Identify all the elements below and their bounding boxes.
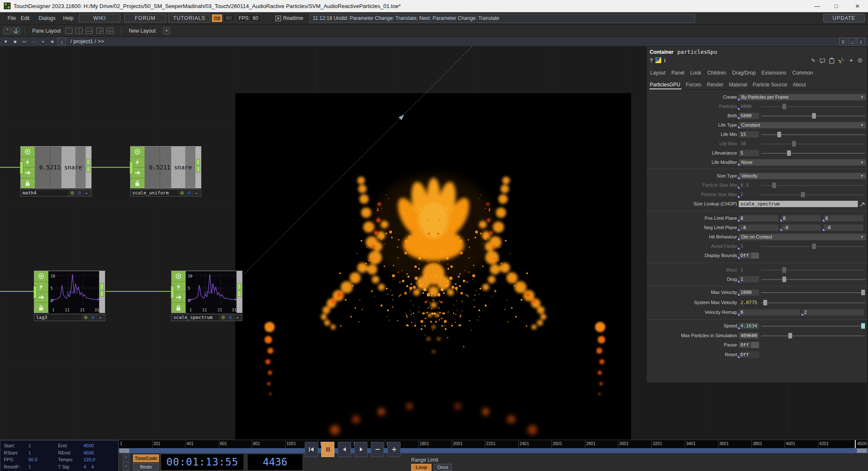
param-field-velocity-remap-0[interactable]: 0	[739, 309, 800, 316]
param-slider-life-max[interactable]	[761, 144, 865, 144]
once-button[interactable]: Once	[434, 464, 452, 471]
param-slider-particle-size-min[interactable]	[761, 185, 865, 186]
slider-thumb[interactable]	[812, 113, 816, 119]
node-input-connector[interactable]	[20, 161, 23, 174]
menu-file[interactable]: File	[8, 15, 16, 21]
param-slider-max-particles-in-simulation[interactable]	[761, 335, 865, 336]
node-input-connector[interactable]	[171, 286, 174, 299]
param-slider-mass[interactable]	[761, 270, 865, 271]
pane-layout-quad[interactable]	[106, 28, 114, 34]
param-field-birth[interactable]: 5000	[739, 113, 759, 119]
node-name-label[interactable]: scale_uniform	[131, 190, 178, 196]
loop-button[interactable]: Loop	[411, 464, 431, 471]
beats-mode-button[interactable]: Beats	[133, 463, 159, 471]
node-lock-flag[interactable]	[172, 303, 186, 313]
zero-button[interactable]: 0	[839, 38, 847, 45]
minimize-button[interactable]: —	[811, 2, 823, 11]
param-field-neg-limit-plane-2[interactable]: -8	[823, 224, 863, 231]
link-button-forum[interactable]: FORUM	[124, 14, 166, 22]
node-output-connector[interactable]	[196, 166, 200, 172]
toggle-box[interactable]	[751, 253, 759, 258]
menu-edit[interactable]: Edit	[21, 15, 30, 21]
play-reverse-button[interactable]	[338, 442, 351, 457]
node-viewer-flag[interactable]	[34, 271, 48, 282]
node-math4[interactable]: 0.5211 snare	[20, 146, 92, 188]
range-end-handle[interactable]: ...	[857, 449, 867, 453]
close-button[interactable]: ✕	[851, 2, 864, 11]
slider-thumb[interactable]	[861, 323, 865, 329]
pane-layout-single[interactable]	[65, 28, 72, 34]
node-plus-flag[interactable]: +	[193, 190, 200, 196]
expand-pane-icon[interactable]: ⌃	[3, 27, 11, 34]
node-display-flag[interactable]	[76, 190, 83, 196]
node-output-connector[interactable]	[100, 291, 104, 297]
slider-thumb[interactable]	[763, 300, 767, 305]
link-button-wiki[interactable]: WIKI	[79, 14, 120, 22]
param-menu-create[interactable]: By Particles per Frame▼	[739, 94, 866, 100]
node-render-flag[interactable]	[69, 190, 76, 196]
param-slider-particles[interactable]	[761, 106, 865, 107]
slider-thumb[interactable]	[792, 141, 796, 147]
param-menu-hit-behaviour[interactable]: Die on Contact▼	[739, 234, 866, 240]
bookmark-icon[interactable]: ★	[48, 38, 56, 45]
home-icon[interactable]: ⌂	[58, 38, 66, 45]
node-render-flag[interactable]	[82, 314, 89, 321]
node-output-connector[interactable]	[237, 283, 241, 290]
node-display-flag[interactable]	[186, 190, 193, 196]
param-field-velocity-remap-1[interactable]: 2	[802, 309, 864, 316]
maximize-pane-icon[interactable]: □	[849, 38, 856, 45]
node-scale_spectrum[interactable]: 10501112131chan1	[171, 271, 242, 313]
stop-icon[interactable]: ■	[11, 38, 19, 45]
slider-thumb[interactable]	[812, 244, 816, 249]
param-field-pos-limit-plane-0[interactable]: 8	[739, 215, 779, 222]
play-forward-button[interactable]	[354, 442, 367, 457]
param-field-neg-limit-plane-1[interactable]: -8	[781, 224, 821, 231]
node-lock-flag[interactable]	[34, 303, 48, 313]
slider-thumb[interactable]	[782, 277, 786, 282]
slider-thumb[interactable]	[772, 183, 776, 188]
node-viewer-flag[interactable]	[21, 147, 35, 157]
node-output-connector[interactable]	[86, 159, 90, 165]
node-viewer-flag[interactable]	[172, 271, 186, 282]
anchor-icon[interactable]: ⚓	[12, 27, 20, 34]
param-field-speed[interactable]: 4.1634	[739, 323, 759, 329]
node-picker-icon[interactable]	[860, 201, 865, 207]
node-render-flag[interactable]	[178, 190, 186, 196]
param-field-pos-limit-plane-1[interactable]: 8	[781, 215, 821, 222]
slider-thumb[interactable]	[782, 267, 786, 273]
slider-thumb[interactable]	[787, 150, 791, 156]
param-slider-drag[interactable]	[761, 279, 865, 280]
node-lock-flag[interactable]	[131, 178, 145, 189]
param-field-life-min[interactable]: 15	[739, 131, 759, 138]
node-input-connector[interactable]	[130, 161, 133, 174]
param-field-neg-limit-plane-0[interactable]: -8	[739, 224, 779, 231]
node-lag3[interactable]: 10501112131chan1	[34, 271, 105, 313]
slider-thumb[interactable]	[801, 192, 805, 197]
menu-help[interactable]: Help	[63, 15, 74, 21]
timeline-ruler[interactable]: 1201401601801100112011401160118012001220…	[119, 440, 868, 448]
node-name-label[interactable]: math4	[21, 190, 69, 196]
slider-thumb[interactable]	[777, 132, 781, 137]
param-field-pos-limit-plane-2[interactable]: 8	[823, 215, 863, 222]
range-start-handle[interactable]: ...	[120, 449, 129, 453]
back-icon[interactable]: ⇦	[20, 38, 28, 45]
breadcrumb[interactable]: / project1 / >>	[70, 38, 104, 44]
link-button-tutorials[interactable]: TUTORIALS	[168, 14, 210, 22]
timecode-mode-button[interactable]: TimeCode	[133, 454, 159, 462]
node-output-connector[interactable]	[86, 166, 90, 172]
slider-thumb[interactable]	[782, 104, 786, 109]
node-plus-flag[interactable]: +	[234, 314, 241, 321]
collapse-icon[interactable]: ⇩	[857, 38, 865, 45]
forward-icon[interactable]: ⇨	[30, 38, 38, 45]
menu-dialogs[interactable]: Dialogs	[39, 15, 56, 21]
add-icon[interactable]: +	[39, 38, 47, 45]
node-viewer-flag[interactable]	[131, 147, 145, 157]
param-menu-life-type[interactable]: Constant▼	[739, 122, 866, 128]
new-layout-add-button[interactable]: +	[163, 27, 170, 34]
node-input-connector[interactable]	[33, 286, 37, 299]
node-output-connector[interactable]	[196, 159, 200, 165]
param-slider-max-velocity[interactable]	[761, 292, 865, 293]
update-button[interactable]: UPDATE	[823, 14, 865, 22]
node-output-connector[interactable]	[237, 291, 241, 297]
realtime-checkbox[interactable]: ✕	[275, 16, 281, 21]
